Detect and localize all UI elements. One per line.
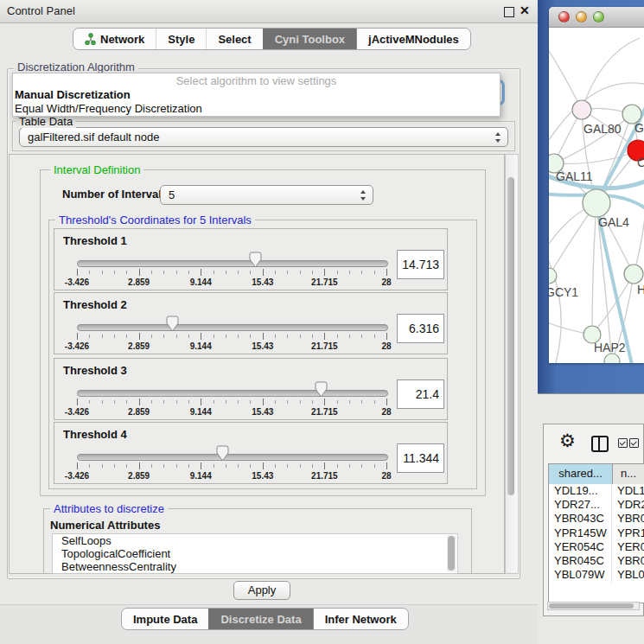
numerical-attributes-list[interactable]: SelfLoopsTopologicalCoefficientBetweenne… [52, 533, 458, 574]
algorithm-option-manual-discretization[interactable]: Manual Discretization [13, 88, 500, 102]
zoom-traffic-light-icon[interactable] [593, 11, 604, 22]
screen: Control Panel ✕ NetworkStyleSelectCyni T… [0, 0, 644, 644]
slider-track[interactable] [77, 324, 388, 331]
table-panel: ⚙ shared...n... YDL19...YDL1...YDR27...Y… [543, 424, 644, 616]
node-table-header: shared...n... [549, 464, 644, 485]
slider-thumb[interactable] [249, 252, 262, 268]
column-header-2[interactable]: n... [613, 464, 644, 484]
threshold-panel-3: Threshold 3-3.4262.8599.14415.4321.71528… [54, 358, 448, 420]
tick-label: 21.715 [305, 341, 343, 351]
table-cell: YBL079W [549, 568, 612, 582]
attributes-list-scrollbar[interactable] [447, 535, 456, 572]
number-of-intervals-combobox[interactable]: 5 [160, 185, 373, 205]
table-row[interactable]: YBR043CYBR0... [549, 512, 644, 526]
tab-network[interactable]: Network [73, 29, 156, 49]
tab-discretize-data[interactable]: Discretize Data [208, 609, 312, 629]
gear-icon[interactable]: ⚙ [559, 430, 576, 451]
tab-label-network: Network [100, 33, 144, 46]
threshold-value-field[interactable]: 14.713 [397, 250, 444, 279]
tick-label: 2.859 [120, 277, 158, 287]
network-node-gal4[interactable] [583, 189, 610, 217]
tick-label: -3.426 [58, 277, 96, 287]
table-data-combobox[interactable]: galFiltered.sif default node [19, 127, 508, 147]
slider-track[interactable] [77, 260, 388, 267]
slider-thumb[interactable] [166, 316, 179, 332]
column-header-1[interactable]: shared... [549, 464, 613, 484]
scrollbar-thumb[interactable] [549, 603, 634, 609]
slider-track[interactable] [77, 454, 388, 461]
table-cell: YBR0... [612, 554, 644, 568]
tick-label: 21.715 [305, 407, 343, 417]
network-node-label: HAP2 [594, 341, 626, 354]
settings-vertical-scrollbar[interactable] [505, 154, 519, 574]
close-icon[interactable]: ✕ [520, 3, 530, 17]
table-data-group-title: Table Data [16, 115, 76, 128]
tick-label: 21.715 [305, 277, 343, 287]
table-cell: YDL1... [612, 484, 644, 498]
table-cell: YBR043C [549, 512, 612, 526]
table-cell: YPR145W [549, 526, 612, 540]
list-item[interactable]: TopologicalCoefficient [53, 547, 457, 560]
table-row[interactable]: YLR345WYLR3... [549, 582, 644, 583]
table-row[interactable]: YER054CYER0... [549, 540, 644, 554]
table-cell: YER0... [612, 540, 644, 554]
node-table-rows: YDL19...YDL1...YDR27...YDR2...YBR043CYBR… [549, 484, 644, 583]
discretization-algorithm-group-title: Discretization Algorithm [14, 61, 138, 73]
table-row[interactable]: YBL079WYBL0... [549, 568, 644, 582]
list-item[interactable]: BetweennessCentrality [53, 560, 457, 573]
table-horizontal-scrollbar[interactable] [547, 602, 640, 610]
table-row[interactable]: YDR27...YDR2... [549, 498, 644, 512]
tick-label: 2.859 [120, 471, 158, 481]
control-panel: Control Panel ✕ NetworkStyleSelectCyni T… [0, 0, 538, 644]
slider-thumb[interactable] [315, 381, 328, 398]
tab-select[interactable]: Select [206, 29, 262, 49]
control-panel-title: Control Panel [7, 0, 75, 22]
network-canvas[interactable]: GAL80GACGAL11GAL4GCY1HHAP2 [549, 28, 644, 363]
network-node-label: H [637, 283, 644, 296]
checkbox-icon[interactable] [618, 438, 628, 448]
slider-track[interactable] [77, 390, 388, 397]
combo-arrows-icon [360, 190, 367, 201]
tab-infer-network[interactable]: Infer Network [313, 609, 408, 629]
algorithm-option-equal-width-frequency-discretization[interactable]: Equal Width/Frequency Discretization [13, 102, 500, 116]
scrollbar-thumb[interactable] [507, 177, 514, 495]
network-node-label: GAL4 [598, 215, 629, 229]
tick-label: 2.859 [120, 341, 158, 351]
minimize-traffic-light-icon[interactable] [576, 11, 587, 22]
threshold-value-field[interactable]: 11.344 [397, 443, 444, 473]
threshold-value-field[interactable]: 6.316 [397, 314, 444, 343]
network-node-gal80[interactable] [572, 100, 591, 119]
table-row[interactable]: YDL19...YDL1... [549, 484, 644, 498]
table-cell: YBR0... [612, 512, 644, 526]
float-window-icon[interactable] [504, 7, 514, 17]
attributes-group-title: Attributes to discretize [50, 502, 168, 515]
tab-jactivemnodules[interactable]: jActiveMNodules [356, 29, 470, 49]
columns-icon[interactable] [591, 436, 609, 452]
tab-label-select: Select [218, 33, 251, 46]
table-row[interactable]: YPR145WYPR1... [549, 526, 644, 540]
interval-definition-group-title: Interval Definition [50, 163, 143, 176]
table-panel-titlebar: Table Panel [538, 393, 644, 420]
slider-thumb[interactable] [216, 445, 229, 462]
algorithm-dropdown-placeholder[interactable]: Select algorithm to view settings [13, 73, 500, 88]
list-item[interactable]: SelfLoops [53, 534, 457, 547]
apply-button[interactable]: Apply [233, 581, 290, 600]
table-row[interactable]: YBR045CYBR0... [549, 554, 644, 568]
checkbox-icon[interactable] [629, 438, 639, 448]
network-node[interactable] [604, 354, 620, 363]
thresholds-group-title: Threshold's Coordinates for 5 Intervals [55, 214, 255, 226]
node-table: shared...n... YDL19...YDL1...YDR27...YDR… [548, 463, 644, 603]
tab-impute-data[interactable]: Impute Data [122, 609, 208, 629]
tab-cyni-toolbox[interactable]: Cyni Toolbox [263, 29, 356, 49]
threshold-value-field[interactable]: 21.4 [397, 379, 444, 409]
combo-arrows-icon [495, 132, 501, 143]
close-traffic-light-icon[interactable] [558, 11, 570, 22]
tab-style[interactable]: Style [156, 29, 206, 49]
scrollbar-thumb[interactable] [448, 536, 455, 571]
tick-label: 21.715 [305, 471, 343, 481]
network-node-h[interactable] [624, 265, 643, 284]
tick-label: 15.43 [244, 277, 282, 287]
table-cell: YLR3... [612, 582, 644, 583]
tab-label-style: Style [168, 33, 194, 46]
network-window: GAL80GACGAL11GAL4GCY1HHAP2 [549, 7, 644, 363]
